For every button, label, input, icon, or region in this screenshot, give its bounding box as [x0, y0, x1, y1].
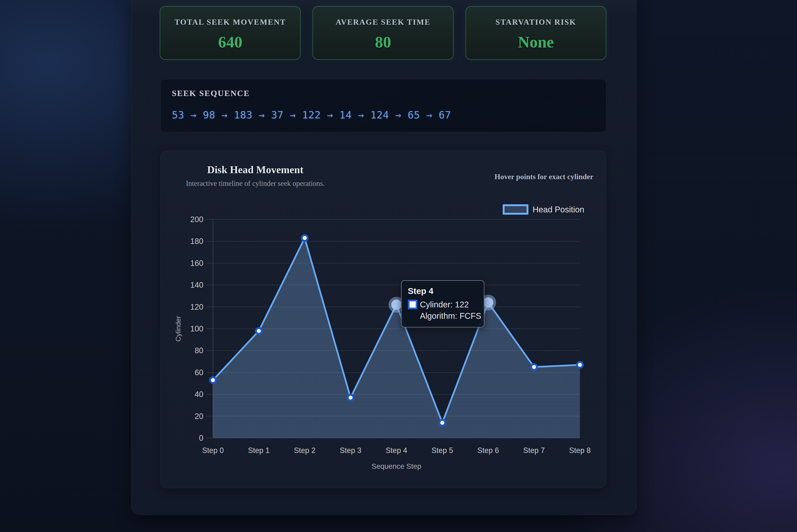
y-tick-label: 180: [190, 237, 203, 246]
data-point[interactable]: [577, 362, 583, 368]
data-point[interactable]: [256, 328, 262, 334]
x-tick-label: Step 0: [202, 446, 224, 455]
stats-row: TOTAL SEEK MOVEMENT 640 AVERAGE SEEK TIM…: [160, 6, 606, 60]
tooltip-row: Cylinder: 122: [408, 300, 478, 309]
y-tick-label: 160: [190, 259, 203, 268]
seek-sequence-values: 53 → 98 → 183 → 37 → 122 → 14 → 124 → 65…: [172, 109, 451, 121]
data-point[interactable]: [348, 395, 353, 400]
x-tick-label: Step 4: [386, 446, 407, 455]
y-tick-label: 140: [190, 281, 203, 289]
stat-value: 640: [218, 33, 242, 52]
data-point[interactable]: [210, 377, 216, 383]
tooltip-algorithm-value: Algorithm: FCFS: [420, 311, 481, 321]
x-tick-label: Step 3: [340, 446, 362, 455]
data-point-hovered[interactable]: [391, 300, 402, 310]
chart-tooltip: Step 4 Cylinder: 122 Algorithm: FCFS: [401, 280, 484, 327]
y-tick-label: 0: [199, 434, 203, 442]
x-tick-label: Step 8: [569, 446, 591, 455]
stat-label: AVERAGE SEEK TIME: [336, 17, 430, 26]
stat-label: TOTAL SEEK MOVEMENT: [174, 17, 286, 26]
y-tick-label: 40: [195, 390, 203, 399]
x-tick-label: Step 2: [294, 446, 315, 455]
tooltip-row: Algorithm: FCFS: [408, 311, 478, 321]
stat-value: None: [518, 33, 554, 52]
y-tick-label: 80: [195, 346, 203, 355]
chart-card: Disk Head Movement Interactive timeline …: [161, 151, 606, 488]
tooltip-cylinder-value: Cylinder: 122: [420, 300, 469, 309]
y-tick-label: 100: [190, 324, 203, 333]
y-tick-label: 20: [195, 412, 203, 421]
data-point[interactable]: [439, 420, 445, 425]
data-point-hovered[interactable]: [483, 298, 493, 308]
y-tick-label: 120: [190, 303, 203, 311]
x-tick-label: Step 7: [523, 446, 545, 455]
seek-sequence-panel: SEEK SEQUENCE 53 → 98 → 183 → 37 → 122 →…: [161, 79, 606, 132]
tooltip-series-swatch: [408, 300, 418, 309]
y-tick-label: 60: [195, 368, 203, 377]
y-tick-label: 200: [190, 215, 203, 224]
x-axis-title: Sequence Step: [372, 462, 421, 470]
area-fill: [213, 238, 580, 438]
seek-sequence-title: SEEK SEQUENCE: [172, 88, 250, 98]
x-tick-label: Step 6: [477, 446, 499, 455]
line-chart: 020406080100120140160180200Step 0Step 1S…: [161, 151, 607, 488]
x-tick-label: Step 5: [431, 446, 453, 455]
tooltip-title: Step 4: [408, 286, 478, 296]
stat-card-average-seek-time: AVERAGE SEEK TIME 80: [313, 6, 453, 60]
y-axis-title: Cylinder: [174, 316, 182, 342]
dashboard-panel: TOTAL SEEK MOVEMENT 640 AVERAGE SEEK TIM…: [131, 0, 636, 515]
stat-label: STARVATION RISK: [496, 17, 576, 26]
stat-card-total-seek-movement: TOTAL SEEK MOVEMENT 640: [160, 6, 300, 60]
stat-value: 80: [375, 33, 391, 52]
data-point[interactable]: [302, 235, 308, 241]
stat-card-starvation-risk: STARVATION RISK None: [466, 6, 606, 60]
data-point[interactable]: [531, 364, 537, 370]
x-tick-label: Step 1: [248, 446, 270, 455]
